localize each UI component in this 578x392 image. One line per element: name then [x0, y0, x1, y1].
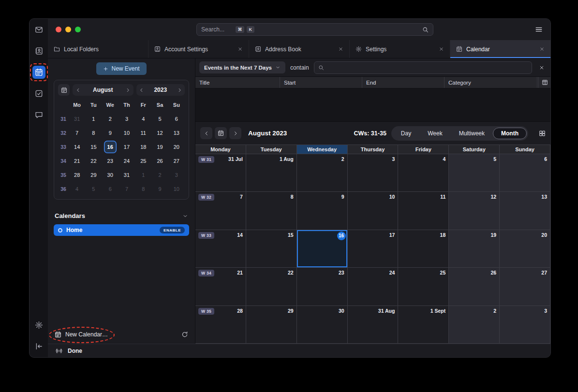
- month-cell[interactable]: 19: [449, 230, 500, 268]
- mini-day[interactable]: 10: [120, 127, 133, 139]
- mini-day[interactable]: 6: [170, 113, 183, 125]
- view-month-button[interactable]: Month: [493, 128, 527, 139]
- rail-mail-button[interactable]: [32, 23, 45, 36]
- month-cell[interactable]: 10: [348, 192, 399, 230]
- month-cell[interactable]: W 3421: [195, 268, 246, 305]
- mini-day[interactable]: 3: [170, 169, 183, 181]
- mini-day[interactable]: 9: [104, 127, 117, 139]
- prev-month-button[interactable]: [73, 87, 83, 93]
- month-cell[interactable]: 18: [398, 230, 449, 268]
- month-cell[interactable]: 2: [449, 306, 500, 344]
- mini-day[interactable]: 1: [87, 113, 100, 125]
- mini-day[interactable]: 17: [120, 141, 133, 153]
- month-cell[interactable]: 13: [500, 192, 550, 230]
- month-cell[interactable]: W 3131 Jul: [195, 154, 246, 192]
- view-week-button[interactable]: Week: [419, 128, 450, 139]
- mini-day[interactable]: 28: [71, 169, 83, 181]
- tab-close-icon[interactable]: [439, 46, 444, 52]
- mini-calendar-today-button[interactable]: [58, 84, 70, 96]
- calendar-list-item[interactable]: HomeENABLE: [54, 224, 189, 236]
- month-cell[interactable]: 1 Aug: [246, 154, 297, 192]
- month-cell[interactable]: W 327: [195, 192, 246, 230]
- month-cell[interactable]: 8: [246, 192, 297, 230]
- tab-close-icon[interactable]: [338, 46, 343, 52]
- rail-collapse-button[interactable]: [32, 340, 45, 353]
- month-cell[interactable]: 24: [348, 268, 399, 305]
- mini-day[interactable]: 15: [87, 141, 100, 153]
- next-period-button[interactable]: [229, 127, 241, 139]
- sync-calendars-button[interactable]: [181, 331, 188, 338]
- event-column-end[interactable]: End: [362, 77, 445, 88]
- view-day-button[interactable]: Day: [393, 128, 419, 139]
- mini-day[interactable]: 22: [87, 155, 100, 167]
- mini-day[interactable]: 2: [104, 113, 117, 125]
- event-column-category[interactable]: Category: [445, 77, 537, 88]
- mini-day[interactable]: 26: [154, 155, 166, 167]
- mini-day[interactable]: 13: [170, 127, 183, 139]
- mini-day[interactable]: 5: [87, 183, 100, 195]
- new-event-button[interactable]: New Event: [96, 62, 147, 75]
- app-menu-button[interactable]: [535, 26, 543, 33]
- month-cell[interactable]: 31 Aug: [348, 306, 399, 344]
- mini-day[interactable]: 12: [154, 127, 166, 139]
- mini-day[interactable]: 31: [120, 169, 133, 181]
- mini-day[interactable]: 9: [154, 183, 166, 195]
- mini-day[interactable]: 6: [104, 183, 117, 195]
- tab-address-book[interactable]: Address Book: [249, 40, 349, 58]
- month-cell[interactable]: W 3528: [195, 306, 246, 344]
- chevron-down-icon[interactable]: [182, 213, 188, 219]
- mini-day[interactable]: 4: [137, 113, 149, 125]
- mini-day[interactable]: 5: [154, 113, 166, 125]
- month-cell[interactable]: 11: [398, 192, 449, 230]
- mini-day[interactable]: 20: [170, 141, 183, 153]
- event-search-input[interactable]: [327, 64, 528, 71]
- month-cell[interactable]: 30: [297, 306, 348, 344]
- month-cell[interactable]: 5: [449, 154, 500, 192]
- mini-day[interactable]: 23: [104, 155, 117, 167]
- mini-day[interactable]: 3: [120, 113, 133, 125]
- mini-day[interactable]: 25: [137, 155, 149, 167]
- month-cell[interactable]: 22: [246, 268, 297, 305]
- rail-tasks-button[interactable]: [32, 87, 45, 100]
- month-cell[interactable]: 2: [297, 154, 348, 192]
- view-multiweek-button[interactable]: Multiweek: [451, 128, 493, 139]
- new-calendar-button[interactable]: New Calendar…: [55, 331, 108, 338]
- month-cell[interactable]: 29: [246, 306, 297, 344]
- mini-day[interactable]: 21: [71, 155, 83, 167]
- month-cell[interactable]: W 3314: [195, 230, 246, 268]
- month-cell[interactable]: 26: [449, 268, 500, 305]
- mini-day[interactable]: 11: [137, 127, 149, 139]
- month-cell[interactable]: 3: [500, 306, 550, 344]
- mini-day[interactable]: 18: [137, 141, 149, 153]
- rail-address-book-button[interactable]: [32, 44, 45, 58]
- mini-day[interactable]: 7: [71, 127, 83, 139]
- month-cell[interactable]: 20: [500, 230, 550, 268]
- mini-day[interactable]: 30: [104, 169, 117, 181]
- event-column-start[interactable]: Start: [280, 77, 362, 88]
- close-window-button[interactable]: [56, 27, 61, 32]
- rail-settings-button[interactable]: [32, 319, 45, 332]
- event-column-title[interactable]: Title: [195, 77, 280, 88]
- mini-day[interactable]: 14: [71, 141, 83, 153]
- calendars-section-header[interactable]: Calendars: [55, 212, 188, 219]
- mini-day[interactable]: 4: [71, 183, 83, 195]
- event-search[interactable]: [314, 61, 532, 74]
- global-search-input[interactable]: [201, 26, 233, 33]
- tab-local-folders[interactable]: Local Folders: [48, 40, 148, 58]
- month-cell[interactable]: 9: [297, 192, 348, 230]
- tab-account-settings[interactable]: Account Settings: [148, 40, 249, 58]
- mini-day[interactable]: 24: [120, 155, 133, 167]
- month-cell[interactable]: 17: [348, 230, 399, 268]
- mini-day[interactable]: 1: [137, 169, 149, 181]
- month-cell[interactable]: 23: [297, 268, 348, 305]
- tab-calendar[interactable]: Calendar: [450, 40, 550, 58]
- month-cell[interactable]: 6: [500, 154, 550, 192]
- column-picker-button[interactable]: [539, 77, 550, 88]
- month-cell[interactable]: 4: [398, 154, 449, 192]
- mini-day[interactable]: 8: [87, 127, 100, 139]
- mini-day[interactable]: 27: [170, 155, 183, 167]
- month-cell[interactable]: 27: [500, 268, 550, 305]
- prev-year-button[interactable]: [136, 87, 147, 93]
- zoom-window-button[interactable]: [75, 27, 81, 32]
- prev-period-button[interactable]: [200, 127, 212, 139]
